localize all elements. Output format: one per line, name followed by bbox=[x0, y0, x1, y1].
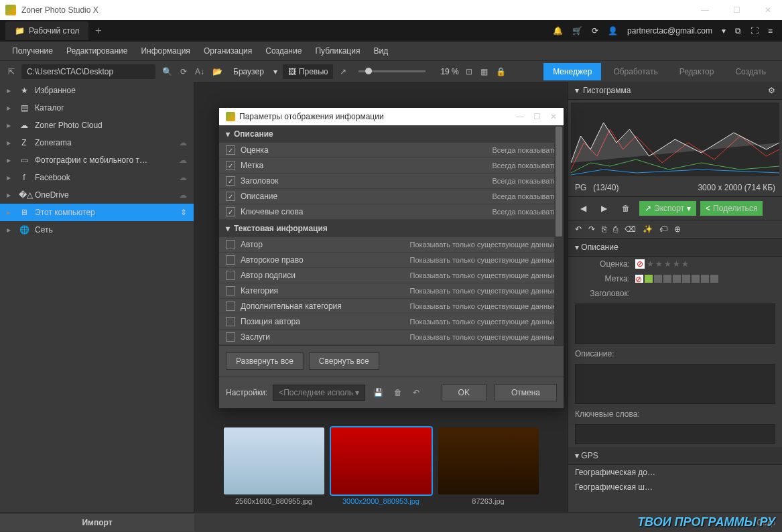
dialog-section-text-info[interactable]: ▾ Текстовая информация bbox=[219, 220, 564, 237]
dialog-row[interactable]: АвторПоказывать только существующие данн… bbox=[219, 237, 564, 253]
row-mode[interactable]: Всегда показывать bbox=[492, 161, 557, 170]
delete-preset-icon[interactable]: 🗑 bbox=[391, 387, 405, 399]
rating-value[interactable]: ⊘ ★★★★★ bbox=[635, 259, 775, 269]
ok-button[interactable]: OK bbox=[442, 384, 486, 401]
dialog-close-button[interactable]: ✕ bbox=[550, 112, 557, 121]
checkbox[interactable] bbox=[226, 240, 235, 249]
share-button[interactable]: < Поделиться bbox=[700, 201, 763, 216]
sidebar-item-3[interactable]: ▸ZZonerama☁ bbox=[0, 134, 194, 151]
menu-edit[interactable]: Редактирование bbox=[61, 44, 133, 58]
checkbox[interactable] bbox=[226, 176, 235, 186]
add-icon[interactable]: ⊕ bbox=[674, 224, 681, 234]
checkbox[interactable] bbox=[226, 286, 235, 295]
expand-all-button[interactable]: Развернуть все bbox=[226, 352, 304, 370]
dialog-row[interactable]: Авторское правоПоказывать только существ… bbox=[219, 253, 564, 268]
dialog-row[interactable]: КатегорияПоказывать только существующие … bbox=[219, 283, 564, 299]
dialog-row[interactable]: Автор подписиПоказывать только существую… bbox=[219, 268, 564, 283]
dialog-row[interactable]: ОписаниеВсегда показывать bbox=[219, 189, 564, 204]
chevron-down-icon[interactable]: ▾ bbox=[273, 67, 277, 76]
sidebar-item-2[interactable]: ▸☁Zoner Photo Cloud bbox=[0, 117, 194, 134]
browser-label[interactable]: Браузер bbox=[233, 67, 264, 76]
color-labels[interactable]: ⊘ bbox=[635, 275, 775, 283]
menu-publish[interactable]: Публикация bbox=[310, 44, 365, 58]
sidebar-item-0[interactable]: ▸★Избранное bbox=[0, 82, 194, 99]
close-button[interactable]: ✕ bbox=[759, 3, 777, 17]
cart-icon[interactable]: 🛒 bbox=[572, 26, 582, 36]
collapse-all-button[interactable]: Свернуть все bbox=[309, 352, 379, 370]
mode-manager[interactable]: Менеджер bbox=[543, 63, 601, 80]
rotate-left-icon[interactable]: ↶ bbox=[575, 224, 582, 234]
second-monitor-icon[interactable]: ⧉ bbox=[735, 26, 741, 36]
menu-info[interactable]: Информация bbox=[135, 44, 195, 58]
preset-select[interactable]: <Последние исполь ▾ bbox=[273, 385, 365, 401]
menu-icon[interactable]: ≡ bbox=[768, 26, 773, 36]
maximize-button[interactable]: ☐ bbox=[728, 3, 746, 17]
dialog-row[interactable]: ЗаголовокВсегда показывать bbox=[219, 174, 564, 189]
gear-icon[interactable]: ⚙ bbox=[768, 86, 775, 95]
menu-acquire[interactable]: Получение bbox=[7, 44, 58, 58]
chevron-down-icon[interactable]: ▾ bbox=[722, 26, 726, 36]
dialog-row[interactable]: Ключевые словаВсегда показывать bbox=[219, 204, 564, 220]
external-icon[interactable]: ↗ bbox=[338, 66, 348, 78]
desc-input[interactable] bbox=[575, 364, 775, 404]
sidebar-item-4[interactable]: ▸▭Фотографии с мобильного т…☁ bbox=[0, 151, 194, 169]
one-to-one-icon[interactable]: ▦ bbox=[479, 66, 489, 78]
export-button[interactable]: ↗ Экспорт ▾ bbox=[639, 201, 696, 216]
thumbnail-1[interactable]: 3000x2000_880953.jpg bbox=[331, 427, 432, 505]
mode-editor[interactable]: Редактор bbox=[670, 63, 724, 80]
row-mode[interactable]: Показывать только существующие данные bbox=[409, 318, 557, 326]
dialog-section-description[interactable]: ▾ Описание bbox=[219, 125, 564, 143]
row-mode[interactable]: Всегда показывать bbox=[492, 177, 557, 185]
undo-icon[interactable]: ↶ bbox=[410, 387, 422, 399]
preview-toggle[interactable]: 🖼 Превью bbox=[283, 64, 334, 79]
row-mode[interactable]: Показывать только существующие данные bbox=[409, 333, 557, 341]
checkbox[interactable] bbox=[226, 207, 235, 216]
refresh-icon[interactable]: ⟳ bbox=[179, 66, 188, 78]
checkbox[interactable] bbox=[226, 271, 235, 280]
title-input[interactable] bbox=[575, 304, 775, 344]
up-folder-icon[interactable]: ⇱ bbox=[7, 66, 16, 78]
row-mode[interactable]: Показывать только существующие данные bbox=[409, 256, 557, 264]
gps-section-header[interactable]: ▾ GPS bbox=[568, 447, 782, 465]
search-icon[interactable]: 🔍 bbox=[161, 66, 174, 78]
checkbox[interactable] bbox=[226, 192, 235, 201]
dialog-row[interactable]: МеткаВсегда показывать bbox=[219, 158, 564, 174]
sidebar-item-1[interactable]: ▸▤Каталог bbox=[0, 99, 194, 117]
checkbox[interactable] bbox=[226, 332, 235, 342]
import-button[interactable]: Импорт bbox=[0, 514, 194, 531]
sidebar-item-5[interactable]: ▸fFacebook☁ bbox=[0, 169, 194, 186]
delete-button[interactable]: 🗑 bbox=[616, 201, 635, 216]
dialog-row[interactable]: ЗаслугиПоказывать только существующие да… bbox=[219, 330, 564, 345]
path-input[interactable]: C:\Users\CTAC\Desktop bbox=[21, 64, 155, 79]
row-mode[interactable]: Показывать только существующие данные bbox=[409, 271, 557, 279]
mode-create[interactable]: Создать bbox=[726, 63, 775, 80]
row-mode[interactable]: Показывать только существующие данные bbox=[409, 241, 557, 249]
rotate-right-icon[interactable]: ↷ bbox=[588, 224, 595, 234]
checkbox[interactable] bbox=[226, 317, 235, 326]
sort-icon[interactable]: A↓ bbox=[194, 66, 206, 78]
sidebar-item-6[interactable]: ▸�△OneDrive☁ bbox=[0, 186, 194, 204]
sync-icon[interactable]: ⟳ bbox=[592, 26, 598, 36]
checkbox[interactable] bbox=[226, 145, 235, 155]
sidebar-item-7[interactable]: ▸🖥Этот компьютер⇕ bbox=[0, 204, 194, 221]
row-mode[interactable]: Всегда показывать bbox=[492, 208, 557, 216]
sidebar-item-8[interactable]: ▸🌐Сеть bbox=[0, 221, 194, 239]
mode-develop[interactable]: Обработать bbox=[604, 63, 667, 80]
user-email[interactable]: partnerctac@gmail.com bbox=[627, 26, 712, 36]
lock-zoom-icon[interactable]: 🔒 bbox=[495, 66, 507, 78]
dialog-row[interactable]: ОценкаВсегда показывать bbox=[219, 143, 564, 158]
prev-button[interactable]: ◀ bbox=[575, 201, 592, 216]
tools-icon[interactable]: ✨ bbox=[643, 224, 653, 234]
next-button[interactable]: ▶ bbox=[596, 201, 612, 216]
tag-icon[interactable]: 🏷 bbox=[659, 224, 667, 234]
dialog-minimize-button[interactable]: — bbox=[516, 112, 524, 121]
clear-icon[interactable]: ⌫ bbox=[625, 224, 636, 234]
checkbox[interactable] bbox=[226, 255, 235, 265]
keywords-input[interactable] bbox=[575, 424, 775, 444]
checkbox[interactable] bbox=[226, 302, 235, 311]
thumbnail-0[interactable]: 2560x1600_880955.jpg bbox=[224, 427, 324, 505]
minimize-button[interactable]: — bbox=[696, 3, 714, 17]
fullscreen-icon[interactable]: ⛶ bbox=[751, 26, 759, 36]
histogram-header[interactable]: ▾ Гистограмма ⚙ bbox=[568, 82, 782, 100]
row-mode[interactable]: Всегда показывать bbox=[492, 146, 557, 154]
